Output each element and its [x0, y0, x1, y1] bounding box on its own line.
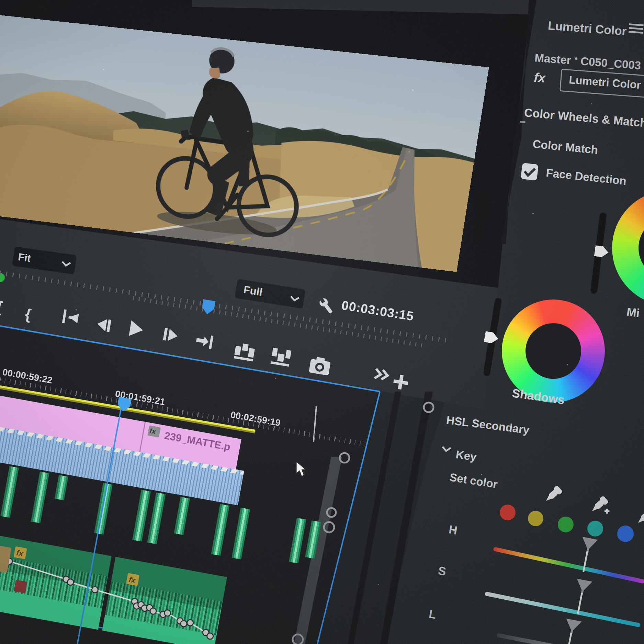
svg-text:{: { — [0, 298, 4, 315]
svg-text:{: { — [24, 305, 33, 323]
svg-text:fx: fx — [149, 427, 157, 436]
